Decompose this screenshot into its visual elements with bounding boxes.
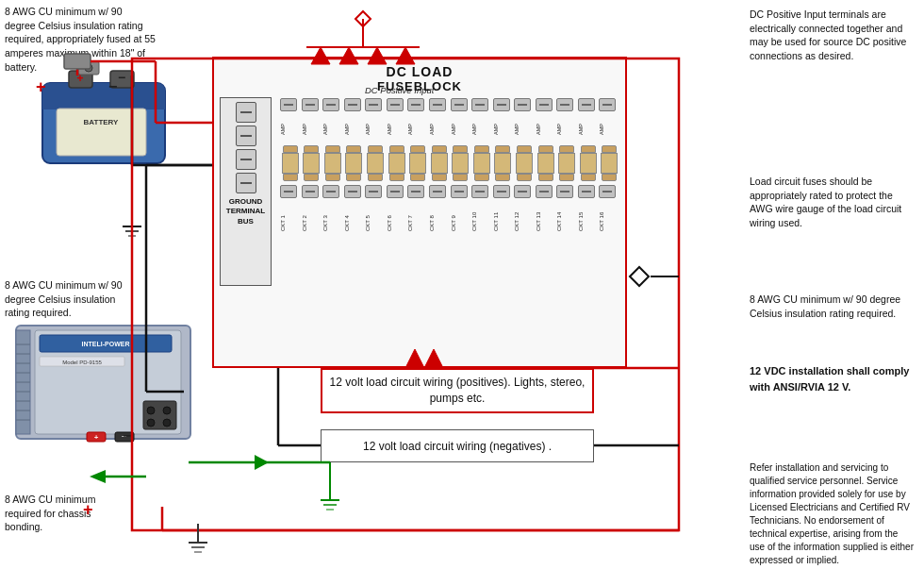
fuse-screw (514, 98, 531, 111)
fuse-screw (407, 98, 424, 111)
svg-text:Model PD-9155: Model PD-9155 (62, 360, 102, 365)
fuse-screw-bottom (451, 185, 468, 198)
fuseblock-container: DC LOAD FUSEBLOCK DC Positive Input GROU… (212, 57, 627, 368)
circuit-label: CKT 9 (451, 205, 471, 231)
fuse-body (302, 145, 322, 181)
svg-marker-67 (255, 455, 269, 470)
fuse-screw (322, 98, 339, 111)
fuse-body (599, 145, 619, 181)
fuse-body (556, 145, 577, 181)
annotation-load-fuses: Load circuit fuses should be appropriate… (750, 175, 915, 230)
fuse-screw-bottom (493, 185, 510, 198)
svg-rect-7 (57, 109, 146, 156)
fuse-body (493, 145, 514, 181)
battery-minus: − (108, 78, 117, 95)
svg-rect-2 (42, 94, 165, 109)
svg-text:INTELI-POWER: INTELI-POWER (82, 341, 130, 347)
amp-label: AMP (556, 115, 577, 143)
fuse-screw-bottom (536, 185, 553, 198)
fuse-screw-bottom (514, 185, 531, 198)
fuse-screw-bottom (365, 185, 382, 198)
fuse-screw-bottom (578, 185, 595, 198)
circuit-label: CKT 8 (429, 205, 450, 231)
fuse-screw (556, 98, 573, 111)
circuit-label: CKT 12 (514, 205, 535, 231)
fuse-screw (451, 98, 468, 111)
fuse-screw (471, 98, 488, 111)
fuse-screw-bottom (556, 185, 573, 198)
fuse-screw (302, 98, 319, 111)
fuse-screw-bottom (344, 185, 361, 198)
fuse-screw-bottom (599, 185, 616, 198)
fuse-screw (536, 98, 553, 111)
fuse-body (451, 145, 471, 181)
circuit-label: CKT 2 (302, 205, 322, 231)
fuse-screw-bottom (280, 185, 297, 198)
annotation-8awg-left-mid: 8 AWG CU minimum w/ 90 degree Celsius in… (5, 278, 127, 320)
svg-point-29 (163, 407, 171, 414)
circuit-label: CKT 4 (344, 205, 365, 231)
svg-text:BATTERY: BATTERY (84, 118, 120, 126)
amp-label: AMP (536, 115, 556, 143)
fuse-screw (429, 98, 446, 111)
charger-image: INTELI-POWER Model PD-9155 + − (11, 321, 209, 460)
svg-marker-82 (630, 267, 649, 286)
fuse-body (387, 145, 407, 181)
annotation-8awg-right: 8 AWG CU minimum w/ 90 degree Celsius in… (750, 293, 915, 320)
fuse-body (407, 145, 428, 181)
annotation-chassis: 8 AWG CU minimum required for chassis bo… (5, 493, 127, 534)
annotation-dc-positive: DC Positive Input terminals are electric… (750, 8, 915, 63)
battery-image: + − BATTERY (14, 57, 189, 181)
amp-label: AMP (429, 115, 450, 143)
page-container: 8 AWG CU minimum w/ 90 degree Celsius in… (0, 0, 924, 586)
svg-point-28 (147, 407, 155, 414)
dc-positive-input-label: DC Positive Input (365, 85, 434, 95)
amp-label: AMP (322, 115, 343, 143)
annotation-12vdc: 12 VDC installation shall comply with AN… (750, 363, 915, 394)
circuit-label: CKT 3 (322, 205, 343, 231)
fuse-screw-bottom (302, 185, 319, 198)
fuse-screw (493, 98, 510, 111)
fuse-screw (365, 98, 382, 111)
amp-label: AMP (280, 115, 301, 143)
circuit-label: CKT 11 (493, 205, 514, 231)
fuseblock-title: DC LOAD (214, 59, 625, 79)
fuse-screw-bottom (322, 185, 339, 198)
circuit-label: CKT 10 (471, 205, 492, 231)
ground-terminal-bus: GROUND TERMINAL BUS (220, 97, 272, 286)
fuse-body (280, 145, 301, 181)
fuse-body (536, 145, 556, 181)
load-box-negative: 12 volt load circuit wiring (negatives) … (321, 429, 594, 462)
amp-label: AMP (451, 115, 471, 143)
fuse-body (514, 145, 535, 181)
circuit-label: CKT 16 (599, 205, 619, 231)
circuit-label: CKT 14 (556, 205, 577, 231)
svg-text:+: + (94, 433, 99, 442)
amp-label: AMP (344, 115, 365, 143)
fuse-body (344, 145, 365, 181)
circuit-label: CKT 13 (536, 205, 556, 231)
circuit-label: CKT 15 (578, 205, 599, 231)
amp-label: AMP (599, 115, 619, 143)
load-box-positive: 12 volt load circuit wiring (positives).… (321, 368, 594, 413)
fuse-body (429, 145, 450, 181)
fuse-screw-bottom (471, 185, 488, 198)
fuse-body (578, 145, 599, 181)
fuse-screw (387, 98, 404, 111)
amp-label: AMP (493, 115, 514, 143)
svg-point-10 (85, 64, 92, 72)
fuse-body (322, 145, 343, 181)
circuit-label: CKT 1 (280, 205, 301, 231)
fuse-body (365, 145, 386, 181)
charger-plus: + (83, 500, 93, 520)
battery-plus: + (36, 77, 46, 97)
charger-minus: − (123, 427, 131, 444)
fuse-screw-bottom (429, 185, 446, 198)
fuse-screw (344, 98, 361, 111)
circuit-label: CKT 7 (407, 205, 428, 231)
amp-label: AMP (387, 115, 407, 143)
svg-text:−: − (118, 70, 125, 85)
amp-label: AMP (578, 115, 599, 143)
annotation-refer: Refer installation and servicing to qual… (750, 461, 915, 567)
amp-label: AMP (471, 115, 492, 143)
